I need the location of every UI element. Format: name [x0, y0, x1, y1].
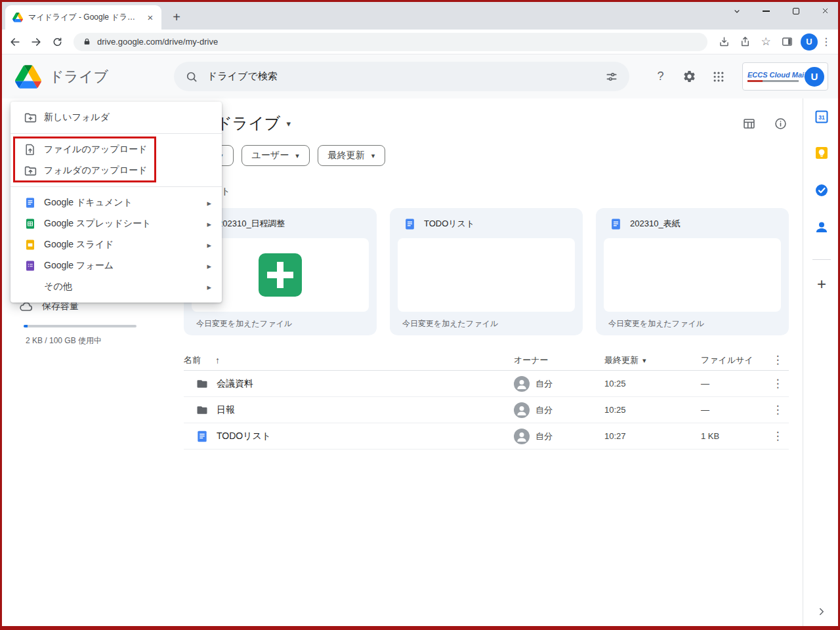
- grid-view-icon: [742, 117, 756, 131]
- new-tab-button[interactable]: +: [167, 7, 186, 27]
- side-panel-button[interactable]: [778, 33, 795, 51]
- back-button[interactable]: [7, 33, 24, 51]
- sort-ascending-icon[interactable]: ↑: [215, 355, 220, 366]
- menu-item-google-forms[interactable]: Google フォーム ▸: [10, 255, 222, 276]
- suggestion-card[interactable]: 202310_表紙 今日変更を加えたファイル: [596, 208, 789, 335]
- title-caret-icon[interactable]: ▾: [286, 119, 291, 129]
- card-title: 202310_日程調整: [218, 218, 285, 230]
- menu-item-google-sheets[interactable]: Google スプレッドシート ▸: [10, 213, 222, 234]
- file-upload-icon: [22, 142, 38, 158]
- browser-profile-avatar[interactable]: U: [801, 33, 818, 51]
- file-row[interactable]: TODOリスト 自分 10:27 1 KB ⋮: [184, 423, 789, 450]
- row-menu-button[interactable]: ⋮: [766, 429, 789, 443]
- owner-avatar: [514, 402, 530, 418]
- window-menu-button[interactable]: [722, 0, 751, 22]
- menu-item-google-slides[interactable]: Google スライド ▸: [10, 234, 222, 255]
- column-size-header[interactable]: ファイルサイ: [701, 354, 766, 366]
- help-button[interactable]: ?: [652, 68, 669, 85]
- column-modified-header[interactable]: 最終更新▾: [604, 354, 701, 366]
- file-row[interactable]: 会議資料 自分 10:25 — ⋮: [184, 371, 789, 397]
- details-button[interactable]: [772, 115, 789, 132]
- browser-menu-button[interactable]: ⋮: [818, 33, 835, 51]
- file-list-header: 名前 ↑ オーナー 最終更新▾ ファイルサイ ⋮: [184, 350, 789, 371]
- maximize-icon: [793, 8, 799, 14]
- search-input[interactable]: ドライブで検索: [207, 70, 596, 83]
- drive-header: ドライブ ドライブで検索 ? ECCS Cloud Mail U: [0, 54, 840, 98]
- column-owner-header[interactable]: オーナー: [514, 354, 604, 366]
- list-more-button[interactable]: ⋮: [766, 353, 789, 367]
- drive-logo: [15, 65, 41, 89]
- account-badge-label: ECCS Cloud Mail: [747, 71, 800, 79]
- row-menu-button[interactable]: ⋮: [766, 377, 789, 390]
- bookmark-star-button[interactable]: ☆: [757, 33, 774, 51]
- suggestion-card[interactable]: TODOリスト 今日変更を加えたファイル: [390, 208, 583, 335]
- tab-close-icon[interactable]: ×: [144, 12, 156, 24]
- browser-tab[interactable]: マイドライブ - Google ドライブ ×: [5, 5, 161, 30]
- reload-icon: [51, 36, 63, 48]
- get-addons-button[interactable]: +: [813, 276, 830, 293]
- menu-item-file-upload[interactable]: ファイルのアップロード: [10, 139, 222, 160]
- forward-button[interactable]: [28, 33, 45, 51]
- menu-item-new-folder[interactable]: 新しいフォルダ: [10, 107, 222, 128]
- keep-button[interactable]: [813, 144, 830, 161]
- menu-item-label: その他: [44, 281, 72, 293]
- file-size: —: [701, 405, 766, 415]
- close-button[interactable]: [810, 0, 840, 22]
- account-avatar[interactable]: U: [805, 67, 824, 87]
- menu-item-google-docs[interactable]: Google ドキュメント ▸: [10, 192, 222, 213]
- grid-view-button[interactable]: [740, 115, 757, 132]
- info-icon: [774, 117, 788, 131]
- main-content: マイドライブ ▾ 種類 ▾ ユーザー ▾ 最終更新 ▾ 候補リスト 202310…: [168, 98, 803, 630]
- menu-item-folder-upload[interactable]: フォルダのアップロード: [10, 160, 222, 181]
- modified-time: 10:27: [604, 431, 701, 441]
- contacts-button[interactable]: [813, 219, 830, 236]
- docs-icon: [196, 430, 209, 443]
- maximize-button[interactable]: [781, 0, 810, 22]
- filter-chip-people-label: ユーザー: [252, 150, 289, 161]
- column-name-label: 名前: [184, 354, 201, 366]
- card-caption: 今日変更を加えたファイル: [192, 318, 369, 329]
- contacts-icon: [814, 219, 830, 235]
- download-icon: [718, 35, 730, 48]
- new-menu: 新しいフォルダ ファイルのアップロード フォルダのアップロード Google ド…: [10, 102, 222, 303]
- settings-button[interactable]: [681, 68, 698, 85]
- file-name: 日報: [217, 404, 235, 416]
- apps-grid-button[interactable]: [709, 68, 727, 85]
- column-owner-label: オーナー: [514, 354, 549, 366]
- slides-icon: [22, 237, 38, 253]
- tasks-button[interactable]: [813, 182, 830, 199]
- new-spreadsheet-thumbnail: [259, 253, 302, 297]
- row-menu-button[interactable]: ⋮: [766, 403, 789, 417]
- downloads-button[interactable]: [715, 33, 732, 51]
- filter-chip-modified[interactable]: 最終更新 ▾: [318, 145, 386, 166]
- submenu-arrow-icon: ▸: [207, 219, 211, 229]
- drive-home-link[interactable]: ドライブ: [15, 54, 108, 98]
- docs-icon: [22, 195, 38, 211]
- app-name: ドライブ: [49, 67, 108, 87]
- menu-item-more[interactable]: その他 ▸: [10, 276, 222, 297]
- calendar-button[interactable]: 31: [813, 108, 830, 125]
- storage-progressbar: [24, 325, 136, 327]
- owner-name: 自分: [536, 404, 553, 416]
- modified-time: 10:25: [604, 405, 701, 415]
- filter-chip-people[interactable]: ユーザー ▾: [242, 145, 310, 166]
- hide-side-panel-button[interactable]: [813, 603, 830, 620]
- card-caption: 今日変更を加えたファイル: [604, 318, 781, 329]
- column-name-header[interactable]: 名前 ↑: [184, 354, 514, 366]
- sheets-icon: [22, 216, 38, 232]
- reload-button[interactable]: [49, 33, 66, 51]
- file-row[interactable]: 日報 自分 10:25 — ⋮: [184, 397, 789, 423]
- share-button[interactable]: [736, 33, 753, 51]
- search-icon: [185, 70, 198, 83]
- search-bar[interactable]: ドライブで検索: [174, 62, 629, 91]
- chevron-right-icon: [816, 606, 828, 618]
- minimize-button[interactable]: [751, 0, 781, 22]
- file-name: TODOリスト: [217, 430, 271, 442]
- submenu-arrow-icon: ▸: [207, 282, 211, 292]
- search-options-icon[interactable]: [605, 70, 618, 83]
- address-bar[interactable]: drive.google.com/drive/my-drive: [74, 33, 707, 51]
- folder-upload-icon: [22, 163, 38, 178]
- column-modified-label: 最終更新: [604, 355, 639, 365]
- menu-item-label: ファイルのアップロード: [44, 144, 147, 156]
- card-title: TODOリスト: [424, 218, 474, 230]
